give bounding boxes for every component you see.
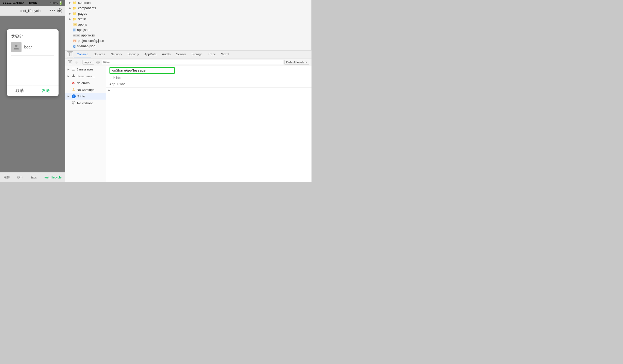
title-icons: ••• (50, 8, 62, 14)
clear-icon (68, 60, 72, 64)
panel-toggle-icon[interactable] (67, 51, 73, 57)
tab-appdata[interactable]: AppData (142, 51, 159, 57)
devtools-tabs: Console Sources Network Security AppData… (65, 50, 312, 58)
clear-console-button[interactable] (68, 60, 72, 65)
file-name-pages: pages (78, 12, 87, 16)
warnings-label: No warnings (77, 88, 94, 91)
sidebar-item-messages[interactable]: ▶ ☰ 3 messages (65, 66, 106, 73)
sidebar-item-verbose[interactable]: ▶ No verbose (65, 100, 106, 107)
tab-audits[interactable]: Audits (159, 51, 173, 57)
levels-select[interactable]: Default levels ▼ (284, 60, 309, 65)
file-item-appwxss[interactable]: wxss app.wxss (65, 33, 311, 38)
console-content: ⊘ top ▼ Default levels ▼ (65, 58, 312, 182)
tab-storage[interactable]: Storage (189, 51, 205, 57)
phone-screen: 发送给: bear 取消 发送 (0, 16, 65, 172)
phone-status-bar: ●●●●● WeChat 18:06 100% 🔋 (0, 0, 65, 6)
console-sidebar: ▶ ☰ 3 messages ▶ 3 user mes... (65, 66, 106, 182)
folder-arrow-static: ▶ (69, 18, 72, 20)
file-name-components: components (78, 6, 96, 10)
file-item-appjs[interactable]: JS app.js (65, 22, 311, 27)
console-output: onShareAppMessage onHide App Hide ▶ (106, 66, 312, 182)
file-item-appjson[interactable]: {} app.json (65, 27, 311, 33)
context-select[interactable]: top ▼ (83, 60, 94, 65)
avatar-icon (13, 44, 19, 50)
eye-svg (96, 61, 100, 64)
phone-simulator: ●●●●● WeChat 18:06 100% 🔋 test_lifecycle… (0, 0, 65, 182)
share-dialog-body: 发送给: bear (7, 29, 59, 85)
eye-icon[interactable] (96, 60, 100, 65)
verbose-icon (72, 101, 75, 105)
tab-sources[interactable]: Sources (91, 51, 108, 57)
error-icon: ✖ (72, 81, 75, 85)
file-name-appjs: app.js (78, 23, 87, 26)
context-dropdown-arrow: ▼ (90, 61, 92, 64)
folder-icon-components: 📁 (73, 6, 77, 10)
file-item-common[interactable]: ▶ 📁 common (65, 0, 311, 5)
svg-point-8 (72, 76, 75, 78)
svg-rect-0 (68, 53, 72, 56)
levels-label: Default levels (286, 61, 304, 64)
console-body: ▶ ☰ 3 messages ▶ 3 user mes... (65, 66, 312, 182)
file-tree: ▶ 📁 common ▶ 📁 components ▶ 📁 pages ▶ 📁 … (65, 0, 312, 50)
user-svg (72, 74, 75, 77)
tab-sensor[interactable]: Sensor (173, 51, 189, 57)
nav-item-components[interactable]: 组件 (4, 175, 10, 179)
tab-trace[interactable]: Trace (205, 51, 219, 57)
messages-arrow: ▶ (68, 68, 70, 71)
devtools-panel: ▶ 📁 common ▶ 📁 components ▶ 📁 pages ▶ 📁 … (65, 0, 312, 182)
nav-item-api[interactable]: 接口 (17, 175, 23, 179)
file-item-static[interactable]: ▶ 📁 static (65, 16, 311, 22)
block-icon[interactable]: ⊘ (74, 60, 79, 65)
folder-arrow-pages: ▶ (69, 12, 72, 15)
share-username: bear (24, 45, 32, 49)
file-name-common: common (78, 1, 91, 5)
console-entry-arrow[interactable]: ▶ (106, 88, 312, 93)
status-right: 100% 🔋 (50, 1, 63, 5)
file-item-pages[interactable]: ▶ 📁 pages (65, 11, 311, 16)
avatar (11, 42, 22, 52)
entry-arrow-expand[interactable]: ▶ (108, 89, 110, 92)
nav-item-tabs[interactable]: tabs (31, 176, 37, 179)
status-left: ●●●●● WeChat (3, 1, 24, 5)
console-entry-onhide: onHide (106, 75, 312, 81)
cancel-button[interactable]: 取消 (7, 85, 33, 96)
badge-wxss: wxss (73, 34, 80, 37)
file-name-projectconfig: project.config.json (78, 39, 104, 43)
record-icon[interactable] (57, 8, 62, 13)
send-button[interactable]: 发送 (33, 85, 59, 96)
verbose-svg (72, 101, 75, 104)
more-icon[interactable]: ••• (50, 8, 56, 14)
console-input-value: onShareAppMessage (109, 67, 175, 74)
tab-security[interactable]: Security (125, 51, 142, 57)
verbose-label: No verbose (77, 101, 93, 105)
carrier-text: ●●●●● WeChat (3, 1, 24, 5)
filter-input[interactable] (102, 60, 283, 64)
share-dialog-footer: 取消 发送 (7, 85, 59, 96)
share-text-area[interactable] (11, 59, 54, 81)
tab-network[interactable]: Network (108, 51, 125, 57)
nav-item-lifecycle[interactable]: test_lifecycle (44, 176, 62, 179)
file-item-sitemapjson[interactable]: {} sitemap.json (65, 44, 311, 49)
tab-console[interactable]: Console (74, 51, 91, 57)
folder-icon-static: 📁 (73, 17, 77, 21)
file-item-components[interactable]: ▶ 📁 components (65, 5, 311, 11)
sidebar-item-warnings[interactable]: ▶ ⚠ No warnings (65, 86, 106, 93)
file-name-static: static (78, 17, 86, 21)
tab-wxml[interactable]: Wxml (219, 51, 232, 57)
info-label: 3 info (77, 95, 85, 98)
sidebar-item-user-messages[interactable]: ▶ 3 user mes... (65, 73, 106, 79)
sidebar-item-info[interactable]: ▶ i 3 info (65, 93, 106, 100)
clock: 18:06 (29, 1, 37, 5)
folder-icon-common: 📁 (73, 1, 77, 5)
bottom-nav: 组件 接口 tabs test_lifecycle (0, 172, 65, 182)
toolbar-divider-1 (81, 60, 81, 64)
sidebar-item-errors[interactable]: ▶ ✖ No errors (65, 79, 106, 86)
battery-text: 100% (50, 1, 58, 5)
folder-arrow-components: ▶ (69, 7, 72, 10)
page-title: test_lifecycle (20, 9, 41, 13)
info-arrow: ▶ (68, 95, 70, 98)
file-item-projectconfig[interactable]: {·} project.config.json (65, 38, 311, 44)
phone-title-bar: test_lifecycle ••• (0, 6, 65, 16)
console-text-onhide: onHide (109, 76, 121, 80)
folder-arrow-common: ▶ (69, 1, 72, 4)
